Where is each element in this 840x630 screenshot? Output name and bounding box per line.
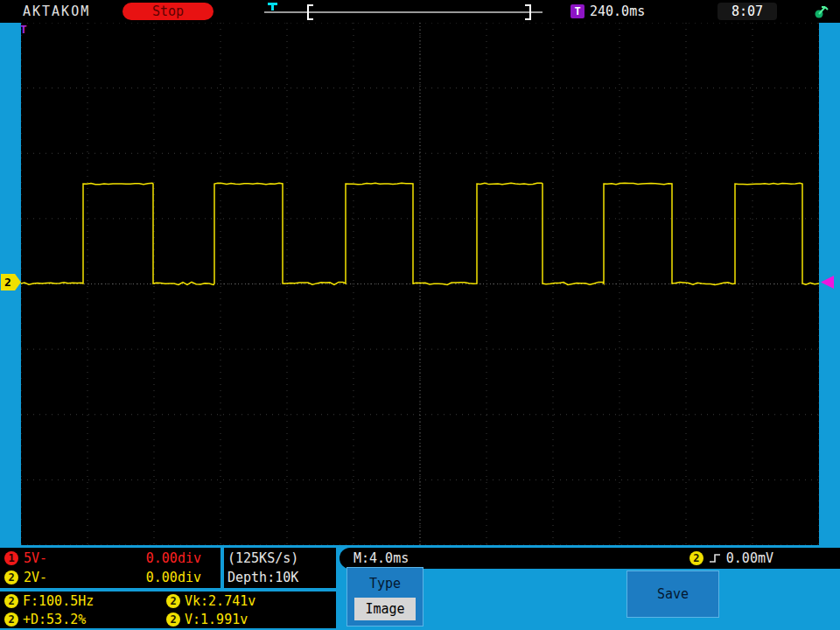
save-button[interactable]: Save	[626, 570, 719, 618]
rising-edge-icon	[709, 552, 721, 564]
trigger-delay-value: 240.0ms	[590, 4, 645, 19]
type-selected-value[interactable]: Image	[354, 598, 416, 620]
trigger-horizontal-flag-icon[interactable]: T	[20, 23, 27, 36]
meas-src-badge: 2	[166, 594, 180, 608]
channel2-ground-marker[interactable]: 2	[1, 274, 21, 290]
meas-value: V:1.991v	[185, 612, 248, 627]
measurement-frequency: 2 F:100.5Hz	[4, 593, 166, 609]
top-bar: AKTAKOM Stop T 240.0ms 8:07	[0, 0, 840, 23]
meas-value: +D:53.2%	[23, 612, 86, 627]
meas-src-badge: 2	[4, 612, 18, 626]
trigger-source-badge: 2	[690, 551, 704, 565]
ch2-offset: 0.00div	[146, 570, 201, 585]
screen	[21, 23, 819, 545]
trigger-t-icon: T	[570, 4, 584, 18]
trigger-level-value: 0.00mV	[726, 550, 774, 566]
type-button-label: Type	[347, 576, 423, 592]
acquisition-panel: (125KS/s) Depth:10K	[224, 548, 336, 588]
ch1-badge: 1	[4, 551, 18, 565]
brand-label: AKTAKOM	[23, 4, 90, 19]
meas-value: Vk:2.741v	[185, 593, 256, 609]
trigger-position-bar[interactable]	[262, 1, 544, 22]
meas-value: F:100.5Hz	[23, 593, 94, 609]
measurement-voltage: 2 V:1.991v	[166, 612, 336, 627]
ch2-scale-row: 2 2V- 0.00div	[4, 570, 201, 585]
sample-rate: (125KS/s)	[228, 550, 336, 566]
ch2-badge: 2	[4, 570, 18, 584]
oscilloscope-app: { "colors": { "bg": "#129cd8", "accent_r…	[0, 0, 840, 630]
ch1-scale-row: 1 5V- 0.00div	[4, 550, 201, 566]
measurements-panel: 2 F:100.5Hz 2 Vk:2.741v 2 +D:53.2% 2 V:1…	[0, 592, 336, 628]
ch1-offset: 0.00div	[146, 550, 201, 566]
trigger-level-readout: 2 0.00mV	[690, 550, 774, 566]
timebase-strip: M:4.0ms 2 0.00mV	[340, 548, 840, 569]
meas-src-badge: 2	[166, 612, 180, 626]
meas-src-badge: 2	[4, 594, 18, 608]
usb-device-icon	[812, 3, 831, 20]
measurement-vk: 2 Vk:2.741v	[166, 593, 336, 609]
channel-scale-panel: 1 5V- 0.00div 2 2V- 0.00div	[0, 548, 220, 588]
type-button[interactable]: Type Image	[346, 567, 424, 626]
memory-depth: Depth:10K	[228, 570, 336, 585]
trigger-delay-readout: T 240.0ms	[570, 2, 645, 21]
clock: 8:07	[718, 3, 777, 20]
ch2-volts-div: 2V-	[24, 570, 47, 585]
acquisition-status-badge: Stop	[122, 3, 214, 20]
waveform-plot	[21, 23, 819, 545]
save-button-label: Save	[657, 586, 689, 602]
timebase-readout: M:4.0ms	[354, 550, 409, 566]
trigger-level-arrow-icon[interactable]	[821, 276, 834, 289]
ch1-volts-div: 5V-	[24, 550, 47, 566]
measurement-duty: 2 +D:53.2%	[4, 612, 166, 627]
